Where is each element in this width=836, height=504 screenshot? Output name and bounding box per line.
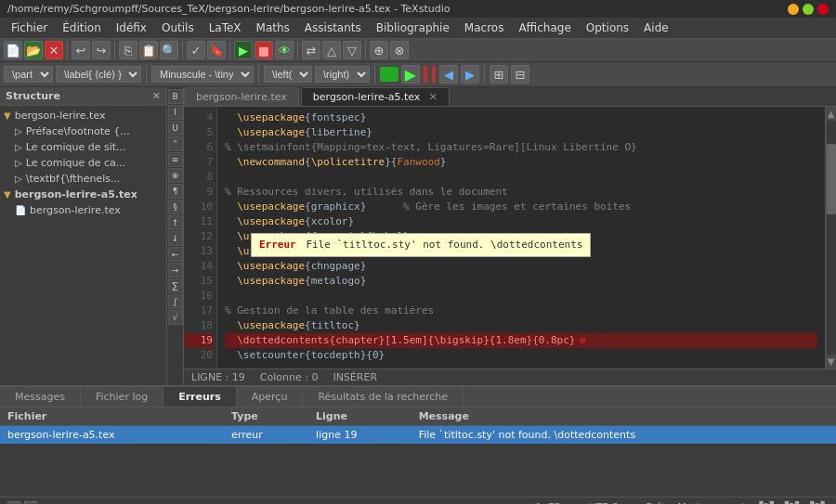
code-line: \usepackage{titltoc} — [225, 318, 817, 333]
strip-btn-13[interactable]: ∑ — [168, 278, 183, 293]
col-type: Type — [224, 407, 308, 426]
sync-btn[interactable]: ⇄ — [302, 41, 320, 59]
menu-edition[interactable]: Édition — [55, 19, 109, 36]
menu-latex[interactable]: LaTeX — [202, 19, 249, 36]
minimize-btn[interactable] — [788, 4, 799, 15]
extra4-btn[interactable]: ⊟ — [511, 65, 529, 84]
ref-btn[interactable]: 🔖 — [207, 41, 226, 59]
menu-bibliographie[interactable]: Bibliographie — [369, 19, 457, 36]
undo-btn[interactable]: ↩ — [72, 41, 90, 59]
close-btn[interactable] — [817, 4, 829, 15]
tree-item-comique2[interactable]: ▷ Le comique de ca... — [0, 155, 166, 171]
strip-btn-11[interactable]: ← — [168, 247, 183, 262]
open-btn[interactable]: 📂 — [24, 41, 43, 59]
run-btn[interactable]: ▶ — [401, 65, 420, 84]
sidebar: Structure ✕ ▼ bergson-lerire.tex ▷ Préfa… — [0, 87, 167, 385]
redo-btn[interactable]: ↪ — [92, 41, 111, 59]
status-icon-2[interactable]: ⊞ — [24, 501, 37, 505]
sidebar-title: Structure — [6, 90, 60, 102]
menu-assistants[interactable]: Assistants — [297, 19, 369, 36]
bottom-tab-erreurs[interactable]: Erreurs — [163, 387, 237, 407]
bottom-tab-apercu[interactable]: Aperçu — [237, 387, 304, 407]
titlebar: /home/remy/Schgroumpff/Sources_TeX/bergs… — [0, 0, 836, 18]
view-btn[interactable]: 👁 — [275, 41, 294, 59]
table-row[interactable]: bergson-lerire-a5.tex erreur ligne 19 Fi… — [0, 426, 836, 445]
menu-maths[interactable]: Maths — [249, 19, 297, 36]
tree-label: bergson-lerire-a5.tex — [15, 188, 137, 200]
tab-close-icon[interactable]: ✕ — [429, 91, 438, 103]
folder-icon: ▼ — [4, 189, 11, 200]
spell-btn[interactable]: ✓ — [187, 41, 205, 59]
tab-bar: bergson-lerire.tex bergson-lerire-a5.tex… — [184, 87, 836, 107]
code-line: \usepackage{fontspec} — [225, 110, 817, 125]
minuscule-select[interactable]: Minuscule - \tiny — [151, 66, 254, 83]
strip-btn-15[interactable]: √ — [168, 310, 183, 325]
maximize-btn[interactable] — [803, 4, 814, 15]
menu-options[interactable]: Options — [579, 19, 636, 36]
strip-btn-9[interactable]: ↑ — [168, 215, 183, 230]
status-icon-1[interactable]: ☰ — [7, 501, 20, 505]
cell-type: erreur — [224, 426, 308, 445]
strip-btn-14[interactable]: ∫ — [168, 294, 183, 309]
menu-aide[interactable]: Aide — [636, 19, 676, 36]
paste-btn[interactable]: 📋 — [139, 41, 158, 59]
tree-item-comique1[interactable]: ▷ Le comique de sit... — [0, 139, 166, 155]
code-line: \usepackage{graphicx} % Gère les images … — [225, 200, 817, 214]
scroll-down-arrow[interactable]: ▼ — [826, 355, 836, 368]
app-title: /home/remy/Schgroumpff/Sources_TeX/bergs… — [7, 3, 450, 15]
menu-fichier[interactable]: Fichier — [4, 19, 55, 36]
tree-item-icon: ▷ — [15, 174, 22, 184]
nav-right-btn[interactable]: ▶ — [461, 65, 479, 84]
menu-idefix[interactable]: Idéfix — [109, 19, 154, 36]
scroll-up-arrow[interactable]: ▲ — [826, 107, 836, 121]
strip-btn-12[interactable]: → — [168, 263, 183, 278]
strip-btn-5[interactable]: ≡ — [168, 152, 183, 167]
new-file-btn[interactable]: 📄 — [4, 41, 22, 59]
part-select[interactable]: \part — [4, 66, 53, 83]
tab-bergson-main[interactable]: bergson-lerire.tex — [184, 87, 299, 106]
label-select[interactable]: \label{ ⟨clé⟩ } — [56, 66, 141, 83]
strip-btn-6[interactable]: ⊕ — [168, 168, 183, 183]
strip-btn-3[interactable]: U — [168, 121, 183, 136]
bottom-tab-messages[interactable]: Messages — [0, 387, 81, 407]
arrow-down-btn[interactable]: ▽ — [343, 41, 361, 59]
menu-macros[interactable]: Macros — [457, 19, 512, 36]
find-btn[interactable]: 🔍 — [160, 41, 178, 59]
tree-item-preface[interactable]: ▷ Préface\footnote {... — [0, 123, 166, 139]
tree-item-bergson-sub[interactable]: 📄 bergson-lerire.tex — [0, 202, 166, 218]
tree-item-bergson-main[interactable]: ▼ bergson-lerire.tex — [0, 108, 166, 123]
left-select[interactable]: \left( — [264, 66, 312, 83]
sidebar-tree: ▼ bergson-lerire.tex ▷ Préface\footnote … — [0, 106, 166, 385]
strip-btn-1[interactable]: B — [168, 89, 183, 104]
sep6 — [365, 41, 366, 59]
right-select[interactable]: \right) — [315, 66, 370, 83]
scrollbar-right[interactable]: ▲ ▼ — [825, 107, 836, 368]
stop-btn[interactable]: ■ — [255, 41, 273, 59]
strip-btn-10[interactable]: ↓ — [168, 231, 183, 246]
extra2-btn[interactable]: ⊗ — [390, 41, 409, 59]
tree-label: Préface\footnote {... — [26, 125, 130, 137]
strip-btn-4[interactable]: " — [168, 136, 183, 151]
extra3-btn[interactable]: ⊞ — [490, 65, 508, 84]
tab-bergson-a5[interactable]: bergson-lerire-a5.tex ✕ — [301, 87, 450, 106]
bottom-tab-fichier-log[interactable]: Fichier log — [81, 387, 163, 407]
bottom-tab-recherche[interactable]: Résultats de la recherche — [303, 387, 464, 407]
strip-btn-7[interactable]: ¶ — [168, 184, 183, 199]
nav-left-btn[interactable]: ◀ — [439, 65, 458, 84]
sidebar-close-btn[interactable]: ✕ — [152, 90, 161, 102]
strip-btn-8[interactable]: § — [168, 200, 183, 214]
scroll-track[interactable] — [827, 121, 836, 355]
menu-outils[interactable]: Outils — [154, 19, 202, 36]
tree-item-bergson-a5[interactable]: ▼ bergson-lerire-a5.tex — [0, 187, 166, 202]
code-editor[interactable]: \usepackage{fontspec} \usepackage{libert… — [217, 107, 825, 368]
build-btn[interactable]: ▶ — [234, 41, 253, 59]
extra1-btn[interactable]: ⊕ — [370, 41, 388, 59]
copy-btn[interactable]: ⎘ — [119, 41, 137, 59]
strip-btn-2[interactable]: I — [168, 105, 183, 120]
menu-affichage[interactable]: Affichage — [511, 19, 578, 36]
cell-message: File `titltoc.sty' not found. \dottedcon… — [411, 426, 836, 445]
tree-item-textbf[interactable]: ▷ \textbf{\fthenels... — [0, 171, 166, 187]
arrow-up-btn[interactable]: △ — [322, 41, 341, 59]
close-file-btn[interactable]: ✕ — [45, 41, 63, 59]
sep7 — [146, 65, 147, 84]
